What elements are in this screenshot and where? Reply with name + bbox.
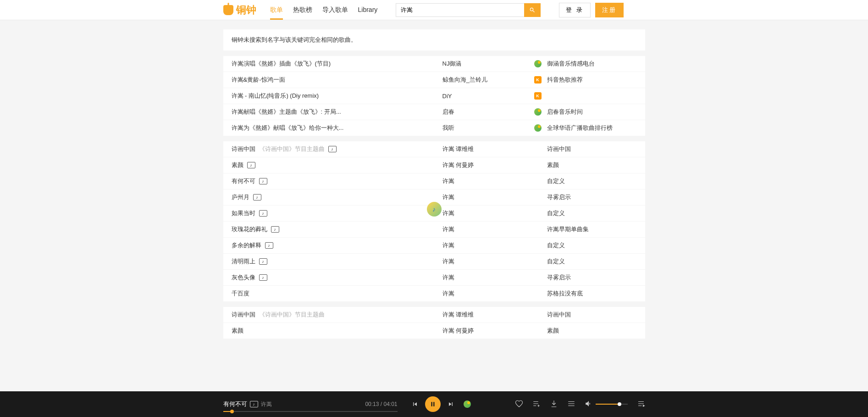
song-artist[interactable]: 许嵩 谭维维 [442,311,534,319]
mv-icon[interactable]: ♪ [247,162,255,168]
song-album[interactable]: 自定义 [547,241,637,250]
song-title: 诗画中国 [232,311,255,319]
mv-icon[interactable]: ♪ [259,258,267,265]
search-icon [529,7,536,13]
song-row[interactable]: 素颜 许嵩 何曼婷 素颜 [223,323,645,339]
song-title: 玫瑰花的葬礼 [232,225,267,234]
song-subtitle: 《诗画中国》节目主题曲 [259,145,325,153]
song-artist[interactable]: 许嵩 [442,193,534,201]
song-artist[interactable]: DiY [442,93,534,100]
song-artist[interactable]: 许嵩 [442,289,534,298]
song-row[interactable]: 玫瑰花的葬礼 ♪ 许嵩 许嵩早期单曲集 [223,222,645,238]
song-artist[interactable]: 许嵩 [442,209,534,217]
song-artist[interactable]: 我听 [442,124,534,132]
song-title: 许嵩 - 南山忆(纯音乐) (Diy remix) [232,92,319,100]
song-album[interactable]: 自定义 [547,209,637,217]
song-artist[interactable]: 鲸鱼向海_兰铃儿 [442,76,534,84]
song-artist[interactable]: 许嵩 [442,225,534,234]
song-album[interactable]: 诗画中国 [547,145,637,153]
song-title: 清明雨上 [232,257,255,266]
song-artist[interactable]: 许嵩 [442,241,534,250]
mv-icon[interactable]: ♪ [271,226,279,233]
song-album[interactable]: 许嵩早期单曲集 [547,225,637,234]
song-row[interactable]: 诗画中国 《诗画中国》节目主题曲 ♪ 许嵩 谭维维 诗画中国 [223,141,645,157]
song-row[interactable]: 许嵩演唱《熬婿》插曲《放飞》(节目) NJ御涵 御涵音乐情感电台 [223,56,645,72]
source-qq-icon [534,60,542,67]
qq-music-badge-icon [427,202,442,217]
song-title: 有何不可 [232,177,255,185]
nav-hot[interactable]: 热歌榜 [293,0,312,20]
song-title: 许嵩演唱《熬婿》插曲《放飞》(节目) [232,60,331,68]
song-row[interactable]: 有何不可 ♪ 许嵩 自定义 [223,173,645,189]
song-album[interactable]: 诗画中国 [547,311,637,319]
mv-icon[interactable]: ♪ [265,242,273,249]
song-album[interactable]: 抖音热歌推荐 [547,76,637,84]
song-album[interactable]: 寻雾启示 [547,273,637,282]
search-notice: 铜钟未搜索到名字与该关键词完全相同的歌曲。 [223,29,645,50]
mv-icon[interactable]: ♪ [328,146,337,152]
song-title: 庐州月 [232,193,249,201]
results-panel-1: 许嵩演唱《熬婿》插曲《放飞》(节目) NJ御涵 御涵音乐情感电台 许嵩&黄龄-惊… [223,56,645,136]
song-title: 如果当时 [232,209,255,217]
song-row[interactable]: 许嵩&黄龄-惊鸿一面 鲸鱼向海_兰铃儿 K 抖音热歌推荐 [223,72,645,88]
source-qq-icon [534,124,542,132]
song-title: 许嵩为《熬婿》献唱《放飞》给你一种大... [232,124,344,132]
song-row[interactable]: 千百度 许嵩 苏格拉没有底 [223,286,645,301]
song-row[interactable]: 许嵩献唱《熬婿》主题曲《放飞》: 开局... 启春 启春音乐时间 [223,104,645,120]
search-input[interactable] [396,3,524,17]
register-button[interactable]: 注册 [595,3,624,17]
song-row[interactable]: 诗画中国 《诗画中国》节目主题曲 许嵩 谭维维 诗画中国 [223,307,645,323]
main-content: 铜钟未搜索到名字与该关键词完全相同的歌曲。 许嵩演唱《熬婿》插曲《放飞》(节目)… [223,20,645,381]
results-panel-2: 诗画中国 《诗画中国》节目主题曲 ♪ 许嵩 谭维维 诗画中国 素颜 ♪ 许嵩 何… [223,141,645,301]
song-title: 千百度 [232,289,249,298]
login-button[interactable]: 登 录 [559,3,591,17]
bell-icon [223,5,233,15]
song-artist[interactable]: 许嵩 [442,177,534,185]
song-album[interactable]: 自定义 [547,257,637,266]
song-artist[interactable]: 许嵩 [442,273,534,282]
song-subtitle: 《诗画中国》节目主题曲 [259,311,325,319]
logo[interactable]: 铜钟 [223,3,256,17]
song-artist[interactable]: 启春 [442,108,534,116]
song-row[interactable]: 灰色头像 ♪ 许嵩 寻雾启示 [223,270,645,286]
song-title: 许嵩献唱《熬婿》主题曲《放飞》: 开局... [232,108,341,116]
song-album[interactable]: 苏格拉没有底 [547,289,637,298]
song-title: 诗画中国 [232,145,255,153]
song-row[interactable]: 多余的解释 ♪ 许嵩 自定义 [223,238,645,254]
song-row[interactable]: 许嵩 - 南山忆(纯音乐) (Diy remix) DiY K [223,88,645,104]
mv-icon[interactable]: ♪ [259,178,267,184]
mv-icon[interactable]: ♪ [253,194,261,200]
song-title: 素颜 [232,161,243,169]
search-button[interactable] [524,3,541,17]
nav-import[interactable]: 导入歌单 [322,0,348,20]
brand-text: 铜钟 [236,3,256,17]
song-album[interactable]: 素颜 [547,161,637,169]
header: 铜钟 歌单 热歌榜 导入歌单 Library 登 录 注册 [0,0,868,20]
song-title: 许嵩&黄龄-惊鸿一面 [232,76,285,84]
song-album[interactable]: 启春音乐时间 [547,108,637,116]
song-artist[interactable]: 许嵩 何曼婷 [442,161,534,169]
song-row[interactable]: 清明雨上 ♪ 许嵩 自定义 [223,254,645,270]
results-panel-3: 诗画中国 《诗画中国》节目主题曲 许嵩 谭维维 诗画中国 素颜 许嵩 何曼婷 素… [223,307,645,339]
mv-icon[interactable]: ♪ [259,210,267,217]
mv-icon[interactable]: ♪ [259,274,267,281]
song-album[interactable]: 全球华语广播歌曲排行榜 [547,124,637,132]
song-album[interactable]: 自定义 [547,177,637,185]
song-row[interactable]: 许嵩为《熬婿》献唱《放飞》给你一种大... 我听 全球华语广播歌曲排行榜 [223,120,645,136]
song-artist[interactable]: NJ御涵 [442,60,534,68]
song-artist[interactable]: 许嵩 何曼婷 [442,327,534,335]
song-album[interactable]: 寻雾启示 [547,193,637,201]
song-title: 多余的解释 [232,241,261,250]
nav-playlists[interactable]: 歌单 [270,0,283,20]
nav: 歌单 热歌榜 导入歌单 Library [270,0,378,20]
song-album[interactable]: 御涵音乐情感电台 [547,60,637,68]
song-album[interactable]: 素颜 [547,327,637,335]
search-box [396,3,541,17]
nav-library[interactable]: Library [358,0,378,20]
song-artist[interactable]: 许嵩 [442,257,534,266]
auth: 登 录 注册 [559,3,624,17]
song-artist[interactable]: 许嵩 谭维维 [442,145,534,153]
song-row[interactable]: 素颜 ♪ 许嵩 何曼婷 素颜 [223,157,645,173]
song-title: 灰色头像 [232,273,255,282]
source-kugou-icon: K [534,92,542,100]
